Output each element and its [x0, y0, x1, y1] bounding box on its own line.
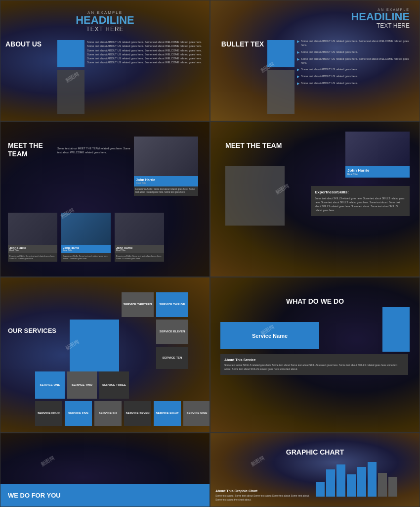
- bar-8: [388, 477, 397, 497]
- bar-5: [357, 467, 366, 497]
- svc-box-big-blue: [70, 320, 119, 371]
- svc-box-10: Service Ten: [156, 347, 188, 369]
- slide-what-do-we-do: WHAT DO WE DO Service Name About This Se…: [210, 277, 420, 433]
- tc-photo-2: [61, 213, 111, 245]
- featured-photo: [134, 137, 198, 176]
- svc-box-6: Service Six: [94, 401, 122, 426]
- featured-name: John Harrie: [136, 178, 196, 182]
- about-service-title: About This Service: [224, 358, 404, 362]
- slide-about-us: AN EXAMPLE HEADILINE TEXT HERE ABOUT US …: [0, 0, 210, 121]
- headline-container-2: AN EXAMPLE HEADILINE TEXT HERE: [301, 8, 410, 29]
- right-blue-strip: [382, 307, 410, 352]
- service-name-text: Service Name: [252, 333, 288, 339]
- bullet-text-6: Some text about ABOUT US related goes he…: [301, 81, 358, 85]
- about-service-box: About This Service Some text about SKILL…: [220, 354, 408, 375]
- featured-card-2: John Harrie Real Title: [345, 132, 410, 178]
- blue-accent-box: [57, 40, 84, 67]
- tc-photo-3: [115, 213, 164, 245]
- services-grid: Service Thirteen Service Twelve Service …: [35, 292, 203, 426]
- bar-chart-bars: 100%0.90.80.7: [316, 462, 415, 497]
- tc-photo-1: [8, 213, 57, 245]
- team-card-1: John Harrie Real Title Experience/Skills…: [8, 213, 57, 262]
- tc-title-3: Real Title: [116, 249, 163, 252]
- bullet-text-2: Some text about ABOUT US related goes he…: [301, 50, 358, 54]
- blue-accent-box-2: [267, 40, 294, 67]
- slide-graphic-chart: GRAPHIC CHART About This Graphic Chart S…: [210, 433, 420, 507]
- tc-skills-2: Experience/Skills: Some text and related…: [61, 253, 111, 262]
- tc-info-3: John Harrie Real Title: [115, 245, 164, 253]
- blue-banner: WE DO FOR YOU: [0, 484, 210, 507]
- about-us-body: Some text about ABOUT US related goes he…: [87, 40, 206, 65]
- headline-container: AN EXAMPLE HEADILINE TEXT HERE: [56, 10, 155, 33]
- blue-service-box: Service Name: [220, 322, 319, 349]
- fc2-info: John Harrie Real Title: [345, 166, 410, 178]
- chart-info: About This Graphic Chart Some text about…: [215, 489, 314, 502]
- tc-info-2: John Harrie Real Title: [61, 245, 111, 253]
- svc-box-2: Service Two: [67, 371, 97, 399]
- team-row: John Harrie Real Title Experience/Skills…: [8, 213, 164, 262]
- text-here-label: TEXT HERE: [56, 26, 155, 33]
- gray-photo-box: [225, 166, 285, 226]
- svc-box-9: Service Nine: [183, 401, 210, 426]
- bar-2: [326, 469, 335, 497]
- headiline-text-2: HEADILINE: [301, 11, 410, 22]
- bullet-arrow-2: ▶: [297, 50, 299, 54]
- featured-title: Real Title: [136, 182, 196, 184]
- bar-4: [347, 474, 356, 497]
- bar-3: [336, 464, 345, 497]
- svc-box-11: Service Eleven: [156, 320, 188, 344]
- svc-box-12: Service Twelve: [156, 292, 188, 317]
- slide-our-services: OUR SERVICES Service Thirteen Service Tw…: [0, 277, 210, 433]
- watermark-8: 新图网: [250, 455, 266, 468]
- bar-chart: 100%0.90.80.7: [316, 462, 415, 502]
- team-text: Some text about MEET THE TEAM related go…: [57, 146, 131, 155]
- watermark-7: 新图网: [40, 455, 56, 468]
- about-us-label: ABOUT US: [5, 40, 55, 48]
- bullet-arrow-4: ▶: [297, 68, 299, 72]
- tc-skills-3: Experience/Skills: Some text and related…: [115, 253, 164, 262]
- tc-skills-1: Experience/Skills: Some text and related…: [8, 253, 57, 262]
- team-card-2: John Harrie Real Title Experience/Skills…: [61, 213, 111, 262]
- headiline-text: HEADILINE: [56, 15, 155, 26]
- chart-info-text: Some text about. Some text about Some te…: [215, 494, 314, 502]
- featured-skills: Experience/Skills: Some text about relat…: [134, 186, 198, 196]
- fc2-name: John Harrie: [347, 168, 408, 173]
- skills-title: Expertness/Skills:: [315, 190, 406, 194]
- slide-meet-team-right: MEET THE TEAM John Harrie Real Title Exp…: [210, 121, 420, 277]
- presentation-grid: AN EXAMPLE HEADILINE TEXT HERE ABOUT US …: [0, 0, 420, 507]
- tc-info-1: John Harrie Real Title: [8, 245, 57, 253]
- bullet-arrow-1: ▶: [297, 40, 299, 44]
- gray-accent-box-2: [267, 70, 294, 114]
- bullet-arrow-5: ▶: [297, 75, 299, 79]
- gray-accent-box: [57, 70, 84, 114]
- bullet-arrow-6: ▶: [297, 82, 299, 86]
- tc-title-2: Real Title: [63, 249, 109, 252]
- svc-box-7: Service Seven: [124, 401, 151, 426]
- bullet-text-3: Some text about ABOUT US related goes he…: [301, 57, 416, 65]
- fc2-title: Real Title: [347, 173, 408, 176]
- bar-7: [378, 473, 387, 497]
- we-do-for-you-label: WE DO FOR YOU: [8, 492, 61, 499]
- svc-box-4: Service Four: [35, 401, 62, 426]
- meet-team-label: MEET THE TEAM: [8, 141, 52, 158]
- graphic-chart-label: GRAPHIC CHART: [286, 448, 344, 456]
- team-card-3: John Harrie Real Title Experience/Skills…: [115, 213, 164, 262]
- about-service-text: Some text about SKILLS related goes here…: [224, 363, 404, 371]
- bullet-text-1: Some text about ABOUT US related goes he…: [301, 39, 416, 47]
- bullet-text-5: Some text about ABOUT US related goes he…: [301, 74, 358, 78]
- featured-info: John Harrie Real Title: [134, 176, 198, 186]
- svc-box-1: Service One: [35, 371, 65, 399]
- bar-6: [368, 462, 377, 497]
- text-here-label-2: TEXT HERE: [301, 22, 410, 29]
- tc-title-1: Real Title: [9, 249, 56, 252]
- meet-team-label-2: MEET THE TEAM: [225, 141, 282, 149]
- skills-text: Some text about SKILLS related goes here…: [315, 196, 406, 212]
- slide-bullet-tex: AN EXAMPLE HEADILINE TEXT HERE BULLET TE…: [210, 0, 420, 121]
- chart-info-title: About This Graphic Chart: [215, 489, 314, 493]
- svc-box-5: Service Five: [65, 401, 92, 426]
- bullet-list: ▶ Some text about ABOUT US related goes …: [297, 39, 416, 88]
- bar-1: [316, 482, 325, 497]
- svc-box-3: Service Three: [99, 371, 129, 399]
- bullet-arrow-3: ▶: [297, 57, 299, 61]
- bullet-text-4: Some text about ABOUT US related goes he…: [301, 67, 358, 71]
